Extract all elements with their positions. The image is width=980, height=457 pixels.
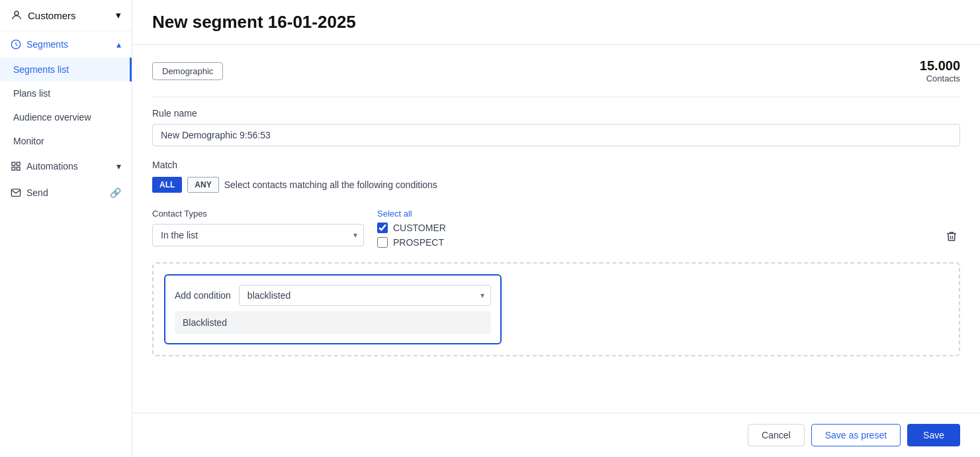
contact-types-label: Contact Types (152, 209, 364, 219)
page-header: New segment 16-01-2025 (132, 0, 980, 45)
sidebar-item-monitor[interactable]: Monitor (0, 129, 132, 153)
monitor-label: Monitor (13, 136, 44, 146)
automations-chevron-icon: ▾ (116, 161, 121, 172)
send-label: Send (26, 187, 48, 198)
sidebar-item-audience-overview[interactable]: Audience overview (0, 105, 132, 129)
customer-label: CUSTOMER (393, 223, 446, 233)
tab-bar: Demographic 15.000 Contacts (152, 58, 960, 83)
prospect-label: PROSPECT (393, 237, 444, 248)
rule-name-label: Rule name (152, 108, 960, 119)
save-preset-button[interactable]: Save as preset (811, 424, 901, 446)
prospect-checkbox[interactable] (377, 237, 388, 248)
svg-rect-5 (12, 167, 15, 170)
match-description: Select contacts matching all the followi… (224, 179, 437, 190)
footer-bar: Cancel Save as preset Save (132, 413, 980, 457)
audience-overview-label: Audience overview (13, 112, 91, 123)
select-all-link[interactable]: Select all (377, 209, 930, 219)
tab-demographic[interactable]: Demographic (152, 62, 223, 80)
customers-chevron-icon: ▾ (116, 9, 121, 21)
svg-rect-2 (12, 162, 15, 166)
delete-condition-button[interactable] (943, 227, 960, 249)
contact-types-col: Contact Types In the list Not in the lis… (152, 209, 364, 246)
main-content: New segment 16-01-2025 Demographic 15.00… (132, 0, 980, 457)
divider-1 (152, 97, 960, 97)
send-link-icon: 🔗 (110, 187, 121, 198)
cancel-button[interactable]: Cancel (748, 424, 805, 446)
automations-label: Automations (26, 161, 78, 172)
contact-types-select-wrapper: In the list Not in the list ▾ (152, 224, 364, 246)
blacklisted-option[interactable]: Blacklisted (175, 311, 491, 334)
match-all-button[interactable]: ALL (152, 177, 182, 193)
sidebar-segments[interactable]: Segments ▴ (0, 31, 132, 58)
contacts-count: 15.000 (920, 58, 960, 74)
segments-list-label: Segments list (13, 64, 69, 75)
segments-label: Segments (26, 39, 68, 50)
contacts-label: Contacts (926, 74, 960, 83)
condition-popup: Add condition blacklisted ▾ Blacklisted (164, 274, 502, 344)
checkboxes-col: Select all CUSTOMER PROSPECT (377, 209, 930, 252)
rule-name-section: Rule name (152, 108, 960, 146)
condition-select[interactable]: blacklisted (239, 285, 491, 306)
rule-name-input[interactable] (152, 124, 960, 146)
match-section: Match ALL ANY Select contacts matching a… (152, 160, 960, 193)
checkbox-prospect: PROSPECT (377, 237, 930, 248)
add-condition-label: Add condition (175, 290, 231, 301)
main-body: Demographic 15.000 Contacts Rule name Ma… (132, 45, 980, 413)
sidebar-item-segments-list[interactable]: Segments list (0, 58, 132, 81)
save-button[interactable]: Save (907, 424, 960, 446)
customer-checkbox[interactable] (377, 223, 388, 233)
svg-rect-3 (17, 162, 20, 166)
checkbox-customer: CUSTOMER (377, 223, 930, 233)
match-any-button[interactable]: ANY (187, 177, 218, 193)
sidebar-customers[interactable]: Customers ▾ (0, 0, 132, 31)
sidebar-send[interactable]: Send 🔗 (0, 179, 132, 206)
match-row: ALL ANY Select contacts matching all the… (152, 177, 960, 193)
sidebar-item-plans-list[interactable]: Plans list (0, 81, 132, 105)
condition-row: Contact Types In the list Not in the lis… (152, 209, 960, 252)
sidebar-automations[interactable]: Automations ▾ (0, 153, 132, 179)
svg-point-0 (15, 11, 19, 15)
page-title: New segment 16-01-2025 (152, 12, 960, 32)
condition-select-wrapper: blacklisted ▾ (239, 285, 491, 306)
contacts-info: 15.000 Contacts (920, 58, 960, 83)
sidebar: Customers ▾ Segments ▴ Segments list Pla… (0, 0, 132, 457)
segments-chevron-icon: ▴ (116, 39, 121, 50)
customers-label: Customers (28, 10, 76, 21)
contact-types-select[interactable]: In the list Not in the list (152, 224, 364, 246)
condition-popup-row: Add condition blacklisted ▾ (175, 285, 491, 306)
match-label: Match (152, 160, 960, 170)
svg-rect-4 (17, 167, 20, 170)
plans-list-label: Plans list (13, 88, 50, 99)
add-condition-area: Add condition blacklisted ▾ Blacklisted (152, 262, 960, 356)
